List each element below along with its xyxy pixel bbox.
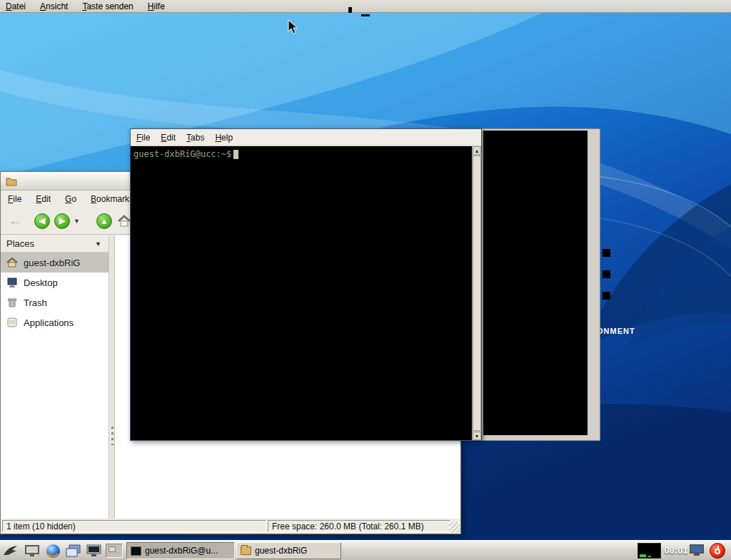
places-panel: Places ▼ guest-dxbRiG Desktop bbox=[1, 235, 109, 519]
menu-hilfe[interactable]: Hilfe bbox=[148, 1, 165, 11]
screensaver-icon bbox=[690, 544, 704, 554]
show-desktop-button[interactable] bbox=[24, 543, 41, 559]
logout-power-button[interactable] bbox=[710, 543, 725, 559]
lxde-menu-icon bbox=[3, 544, 19, 557]
monitor-icon bbox=[86, 544, 101, 557]
background-window-content bbox=[483, 131, 588, 435]
browser-globe-icon bbox=[46, 544, 61, 559]
applications-icon bbox=[6, 317, 18, 327]
app-menu-button[interactable] bbox=[2, 543, 19, 559]
menu-datei[interactable]: Datei bbox=[6, 1, 26, 11]
taskbar-button-file-manager[interactable]: guest-dxbRiG bbox=[236, 542, 341, 559]
wallpaper-block bbox=[603, 270, 610, 278]
back-button[interactable]: ◀ bbox=[32, 210, 52, 232]
vnc-viewer-window: Datei Ansicht Taste senden Hilfe bbox=[0, 0, 731, 560]
web-browser-launcher[interactable] bbox=[44, 543, 61, 559]
forward-button[interactable]: ▶ bbox=[52, 210, 72, 232]
screensaver-button[interactable] bbox=[690, 544, 704, 556]
places-selector[interactable]: Places ▼ bbox=[1, 235, 109, 253]
trash-icon bbox=[6, 297, 18, 307]
scroll-down-icon[interactable]: ▼ bbox=[473, 432, 481, 440]
up-arrow-icon: ▲ bbox=[96, 213, 112, 229]
file-manager-launcher[interactable] bbox=[65, 543, 82, 559]
wallpaper-brand-text: ONMENT bbox=[597, 327, 635, 335]
vnc-menubar: Datei Ansicht Taste senden Hilfe bbox=[0, 0, 731, 13]
folder-task-icon bbox=[241, 546, 251, 555]
terminal-task-icon bbox=[131, 546, 141, 556]
wallpaper-block bbox=[603, 292, 610, 300]
status-items-box: 1 item (10 hidden) bbox=[2, 520, 266, 532]
place-item-trash[interactable]: Trash bbox=[1, 292, 109, 312]
cpu-activity bbox=[640, 554, 646, 557]
taskbar-button-terminal[interactable]: guest-dxbRiG@u... bbox=[126, 542, 235, 559]
resize-grip[interactable] bbox=[449, 522, 460, 533]
file-manager-statusbar: 1 item (10 hidden) Free space: 260.0 MB … bbox=[1, 519, 460, 534]
forward-arrow-icon: ▶ bbox=[54, 213, 70, 229]
home-icon bbox=[117, 215, 131, 228]
scroll-up-icon[interactable]: ▲ bbox=[473, 146, 481, 155]
cpu-activity bbox=[648, 556, 651, 557]
show-desktop-icon bbox=[25, 545, 39, 557]
term-menu-edit[interactable]: Edit bbox=[161, 133, 176, 143]
background-window[interactable] bbox=[482, 128, 600, 441]
splitter-grip bbox=[111, 427, 114, 445]
back-arrow-icon: ◀ bbox=[34, 213, 50, 229]
fm-menu-file[interactable]: File bbox=[8, 194, 21, 204]
menu-ansicht[interactable]: Ansicht bbox=[40, 1, 68, 11]
terminal-window: File Edit Tabs Help guest-dxbRiG@ucc:~$ … bbox=[130, 128, 482, 441]
desktop-pager[interactable] bbox=[106, 544, 123, 558]
fm-menu-go[interactable]: Go bbox=[65, 194, 76, 204]
terminal-cursor bbox=[233, 150, 238, 159]
place-item-applications[interactable]: Applications bbox=[1, 312, 109, 332]
folder-icon bbox=[6, 176, 17, 186]
scrollbar-thumb[interactable] bbox=[473, 156, 481, 431]
status-freespace-box: Free space: 260.0 MB (Total: 260.1 MB) bbox=[268, 520, 450, 532]
term-menu-tabs[interactable]: Tabs bbox=[186, 133, 204, 143]
taskbar-clock[interactable]: 08:01 bbox=[663, 543, 689, 559]
mouse-cursor bbox=[288, 19, 299, 35]
place-item-home[interactable]: guest-dxbRiG bbox=[1, 253, 109, 273]
up-button[interactable]: ▲ bbox=[94, 210, 114, 232]
chevron-down-icon: ▼ bbox=[95, 240, 101, 248]
home-icon bbox=[6, 258, 18, 268]
taskbar-panel: guest-dxbRiG@u... guest-dxbRiG 08:01 bbox=[0, 540, 731, 560]
wallpaper-block bbox=[603, 249, 610, 257]
fm-menu-bookmarks[interactable]: Bookmarks bbox=[91, 194, 133, 204]
place-item-desktop[interactable]: Desktop bbox=[1, 273, 109, 292]
cpu-monitor[interactable] bbox=[637, 543, 661, 559]
shell-prompt: guest-dxbRiG@ucc:~$ bbox=[133, 149, 231, 159]
terminal-content[interactable]: guest-dxbRiG@ucc:~$ bbox=[131, 146, 472, 440]
menu-taste-senden[interactable]: Taste senden bbox=[82, 1, 133, 11]
terminal-scrollbar[interactable]: ▲ ▼ bbox=[472, 146, 481, 440]
terminal-menubar: File Edit Tabs Help bbox=[131, 129, 481, 146]
term-menu-help[interactable]: Help bbox=[215, 133, 233, 143]
terminal-launcher[interactable] bbox=[85, 543, 102, 559]
fm-menu-edit[interactable]: Edit bbox=[36, 194, 51, 204]
pager-window-preview bbox=[109, 546, 116, 552]
screen-artifact bbox=[361, 14, 370, 16]
desktop-icon bbox=[6, 278, 18, 287]
history-dropdown-caret[interactable]: ▼ bbox=[74, 218, 80, 225]
term-menu-file[interactable]: File bbox=[136, 133, 150, 143]
screen-artifact bbox=[348, 7, 352, 13]
windows-icon bbox=[66, 544, 81, 558]
panel-splitter[interactable] bbox=[110, 235, 115, 519]
history-back-disabled-button: ← bbox=[5, 210, 25, 232]
